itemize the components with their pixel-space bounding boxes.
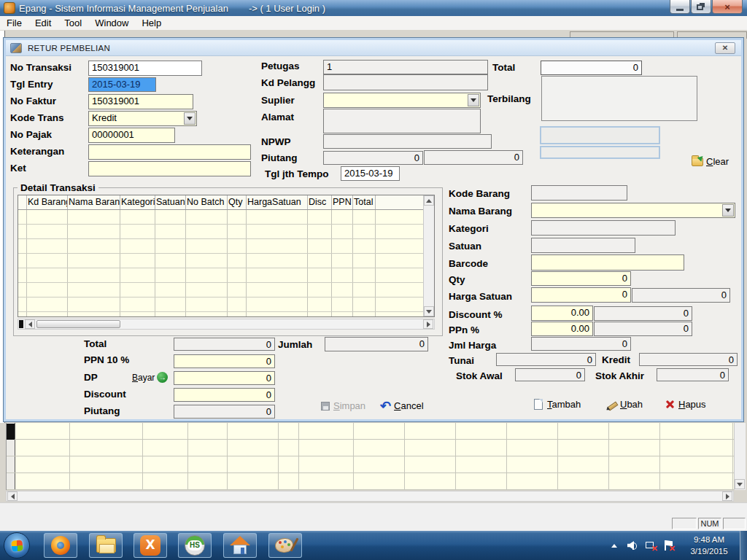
start-button[interactable] [4, 532, 30, 559]
close-button[interactable]: × [712, 0, 743, 14]
ppn10-input[interactable]: 0 [174, 354, 275, 368]
hscroll-thumb[interactable] [36, 320, 120, 328]
ppn-amount-input[interactable]: 0 [594, 322, 692, 336]
petugas-input[interactable]: 1 [323, 60, 488, 74]
dp-input[interactable]: 0 [174, 371, 275, 385]
summary-discount-input[interactable]: 0 [174, 388, 275, 402]
tgl-entry-input[interactable]: 2015-03-19 [88, 77, 156, 92]
taskbar-epang-app[interactable] [223, 533, 257, 558]
suplier-dropdown[interactable] [323, 93, 481, 108]
dialog-titlebar[interactable]: RETUR PEMBELIAN ✕ [6, 40, 741, 56]
action-center-alert-icon[interactable]: ✕ [664, 540, 674, 551]
tambah-button[interactable]: Tambah [534, 399, 581, 410]
taskbar-clock[interactable]: 9:48 AM 3/19/2015 [681, 534, 737, 557]
no-faktur-label: No Faktur [10, 96, 56, 106]
dialog-close-button[interactable]: ✕ [715, 42, 735, 54]
jml-harga-input[interactable]: 0 [531, 337, 631, 351]
nama-barang-dropdown[interactable] [531, 203, 735, 218]
npwp-input[interactable] [323, 134, 492, 149]
menu-window[interactable]: Window [88, 16, 135, 30]
kredit-input[interactable]: 0 [639, 353, 738, 366]
discount-pct-input[interactable]: 0.00 [531, 306, 593, 321]
bayar-button[interactable]: Bayar → [132, 372, 170, 383]
discount-amount-input[interactable]: 0 [594, 306, 692, 321]
ket-input[interactable] [88, 161, 251, 176]
kategori-input[interactable] [531, 220, 676, 236]
discount-pct-label: Discount % [449, 309, 503, 320]
menu-file[interactable]: File [0, 16, 28, 30]
qty-input[interactable]: 0 [531, 271, 631, 286]
detail-table-vscrollbar[interactable] [423, 195, 434, 316]
show-desktop-button[interactable] [740, 531, 747, 560]
keterangan-input[interactable] [88, 144, 251, 160]
tgl-jth-tempo-label: Tgl jth Tempo [265, 168, 329, 179]
clear-button[interactable]: Clear [692, 156, 729, 167]
menu-tool[interactable]: Tool [58, 16, 88, 30]
detail-table-row[interactable] [18, 312, 434, 317]
detail-table-row[interactable] [18, 268, 434, 283]
harga-satuan-input-2[interactable]: 0 [632, 288, 730, 303]
detail-table-cell [376, 210, 424, 224]
background-data-grid[interactable] [6, 423, 734, 490]
taskbar-firefox[interactable] [44, 533, 77, 558]
alamat-input[interactable] [323, 109, 481, 133]
xampp-icon: X [140, 535, 160, 556]
ppn-pct-input[interactable]: 0.00 [531, 322, 593, 336]
detail-table-row[interactable] [18, 239, 434, 254]
detail-table-cell [120, 298, 155, 311]
terbilang-box[interactable] [541, 76, 697, 121]
ubah-button[interactable]: Ubah [606, 399, 643, 410]
taskbar-heidisql[interactable]: HS [178, 533, 212, 558]
kode-trans-dropdown[interactable]: Kredit [88, 111, 197, 126]
chevron-down-icon[interactable] [184, 112, 196, 125]
detail-table-cell [247, 239, 308, 253]
chevron-down-icon[interactable] [722, 204, 734, 217]
stok-awal-input[interactable]: 0 [515, 368, 585, 381]
detail-table-row[interactable] [18, 298, 434, 312]
detail-transaksi-table[interactable]: Kd Barang Nama Barang Kategori Satuan No… [18, 195, 435, 317]
qty-label: Qty [449, 274, 465, 285]
piutang-input-2[interactable]: 0 [424, 150, 523, 165]
hapus-button[interactable]: Hapus [665, 399, 706, 410]
stok-akhir-input[interactable]: 0 [657, 368, 729, 381]
show-hidden-icons[interactable] [611, 544, 617, 548]
scroll-right-icon [427, 322, 430, 327]
background-grid-cell [143, 440, 188, 456]
chevron-down-icon[interactable] [468, 94, 479, 106]
no-pajak-input[interactable]: 00000001 [88, 128, 175, 143]
kode-barang-input[interactable] [531, 185, 627, 201]
detail-table-row[interactable] [18, 210, 434, 225]
volume-icon[interactable] [627, 541, 637, 550]
detail-table-cell [68, 283, 120, 297]
detail-table-row[interactable] [18, 283, 434, 298]
restore-button[interactable] [691, 0, 711, 14]
piutang-input-1[interactable]: 0 [323, 151, 423, 165]
kd-pelanggan-input[interactable] [323, 74, 488, 90]
taskbar-xampp[interactable]: X [133, 533, 167, 558]
tunai-input[interactable]: 0 [496, 353, 596, 366]
detail-table-row[interactable] [18, 254, 434, 268]
network-disconnected-icon[interactable]: ✕ [646, 541, 657, 551]
summary-piutang-input[interactable]: 0 [174, 405, 275, 419]
taskbar-explorer[interactable] [89, 533, 123, 558]
background-grid-hscrollbar[interactable] [6, 491, 734, 502]
no-transaksi-input[interactable]: 150319001 [88, 61, 202, 76]
summary-total-input[interactable]: 0 [174, 338, 275, 351]
taskbar-paint[interactable] [268, 533, 302, 558]
detail-table-hscrollbar[interactable] [18, 319, 435, 330]
dialog-title: RETUR PEMBELIAN [28, 44, 110, 52]
menu-edit[interactable]: Edit [28, 16, 58, 30]
simpan-button[interactable]: Simpan [321, 400, 365, 411]
menu-help[interactable]: Help [135, 16, 168, 30]
cancel-button[interactable]: ↶ Cancel [380, 400, 424, 411]
total-top-input[interactable]: 0 [541, 61, 642, 75]
satuan-input[interactable] [531, 238, 635, 253]
harga-satuan-input[interactable]: 0 [531, 287, 631, 303]
minimize-button[interactable] [670, 0, 690, 14]
no-faktur-input[interactable]: 150319001 [88, 94, 193, 109]
jumlah-input[interactable]: 0 [325, 337, 428, 351]
background-grid-vscrollbar[interactable] [734, 423, 746, 490]
barcode-input[interactable] [531, 254, 684, 271]
tgl-jth-tempo-input[interactable]: 2015-03-19 [341, 166, 400, 181]
detail-table-row[interactable] [18, 225, 434, 239]
